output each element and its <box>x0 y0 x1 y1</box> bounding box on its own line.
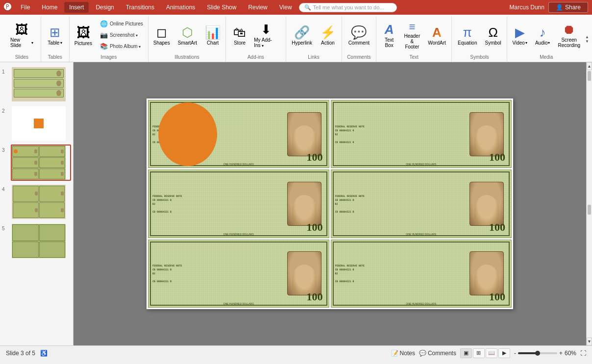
toolbar-group-slides: 🖼 New Slide ▾ Slides <box>3 17 41 62</box>
slideshow-view-button[interactable]: ▶ <box>498 348 510 358</box>
zoom-thumb[interactable] <box>535 351 540 356</box>
chart-button[interactable]: 📊 Chart <box>201 23 224 48</box>
slide-thumb-4[interactable]: 4 <box>2 184 71 220</box>
money-note-6: FEDERAL RESERVE NOTE CB 00004321 B B2 CB… <box>331 240 512 308</box>
pictures-button[interactable]: 🖼 Pictures <box>71 23 96 48</box>
slide1-row1 <box>14 69 64 78</box>
slide1-row2 <box>14 79 64 88</box>
toolbar-group-links: 🔗 Hyperlink ⚡ Action Links <box>286 17 342 62</box>
slide-thumb-3[interactable]: 3 <box>2 145 71 181</box>
online-pictures-button[interactable]: 🌐 Online Pictures <box>97 19 147 29</box>
note2-100: 100 <box>489 151 505 164</box>
slide-img-4[interactable] <box>11 184 71 220</box>
slide-inner-3 <box>12 146 66 180</box>
fit-icon: ⛶ <box>580 350 586 357</box>
user-area: Marcus Dunn 👤 Share <box>510 2 588 13</box>
note3-bottom: ONE HUNDRED DOLLARS <box>223 233 254 236</box>
fit-slide-button[interactable]: ⛶ <box>580 350 586 357</box>
comment-button[interactable]: 💬 Comment <box>345 23 373 48</box>
toolbar-group-media: ▶ Video ▾ ♪ Audio ▾ ⏺ ScreenRecording Me… <box>507 17 585 62</box>
scroll-thumb-center[interactable] <box>588 205 591 215</box>
slide-thumb-2[interactable]: 2 <box>2 105 71 142</box>
menu-slideshow[interactable]: Slide Show <box>202 2 241 13</box>
menu-design[interactable]: Design <box>91 2 119 13</box>
smartart-button[interactable]: ⬡ SmartArt <box>174 23 200 48</box>
slide5-cell-3 <box>12 242 39 258</box>
reading-view-button[interactable]: 📖 <box>486 348 497 358</box>
slide-thumb-5[interactable]: 5 <box>2 223 71 259</box>
shapes-button[interactable]: ◻ Shapes <box>150 23 173 48</box>
share-button[interactable]: 👤 Share <box>548 2 588 13</box>
scroll-up-button[interactable]: ▲ <box>587 62 592 70</box>
note3-text: FEDERAL RESERVE NOTE CB 00004321 B B2 CB… <box>152 194 182 213</box>
audio-button[interactable]: ♪ Audio ▾ <box>532 23 554 48</box>
action-button[interactable]: ⚡ Action <box>317 23 339 48</box>
slide-img-2[interactable] <box>11 105 71 142</box>
hyperlink-button[interactable]: 🔗 Hyperlink <box>288 23 316 48</box>
note2-serial-top: FEDERAL RESERVE NOTE <box>335 125 365 128</box>
ribbon-scroll-down[interactable]: ▼ <box>585 39 589 44</box>
main-area: 1 <box>0 62 592 345</box>
photo-album-button[interactable]: 📚 Photo Album ▾ <box>97 41 147 51</box>
right-scrollbar[interactable]: ▲ ▼ <box>586 62 592 345</box>
menu-review[interactable]: Review <box>243 2 272 13</box>
menu-insert[interactable]: Insert <box>64 2 89 13</box>
canvas-area[interactable]: FEDERAL RESERVE NOTE CB 00004321 B B2 CB… <box>74 62 586 345</box>
menu-animations[interactable]: Animations <box>161 2 200 13</box>
menu-file[interactable]: File <box>16 2 35 13</box>
header-footer-button[interactable]: ≡ Header& Footer <box>400 19 424 51</box>
comments-status-button[interactable]: 💬 Comments <box>419 350 456 357</box>
screen-recording-button[interactable]: ⏺ ScreenRecording <box>554 20 584 50</box>
zoom-slider[interactable] <box>518 352 557 354</box>
slide-info: Slide 3 of 5 <box>6 350 35 357</box>
ribbon: 🖼 New Slide ▾ Slides ⊞ Table ▾ Tables 🖼 … <box>0 15 592 62</box>
screenshot-button[interactable]: 📷 Screenshot ▾ <box>97 30 147 40</box>
equation-button[interactable]: π Equation <box>454 23 480 48</box>
slide-num-4: 4 <box>2 187 9 192</box>
zoom-in-button[interactable]: + <box>559 350 563 357</box>
wordart-button[interactable]: A WordArt <box>425 23 449 48</box>
zoom-out-button[interactable]: - <box>514 350 516 357</box>
scroll-thumb-top[interactable] <box>588 71 591 81</box>
equation-label: Equation <box>458 40 477 46</box>
note6-b2: B2 <box>335 272 365 275</box>
video-button[interactable]: ▶ Video ▾ <box>509 23 531 48</box>
menu-home[interactable]: Home <box>37 2 62 13</box>
slide3-content <box>12 146 66 180</box>
store-button[interactable]: 🛍 Store <box>230 23 249 48</box>
note5-portrait <box>287 251 321 295</box>
slide-img-1[interactable] <box>11 66 71 102</box>
scroll-down-button[interactable]: ▼ <box>587 338 592 345</box>
slide-num-5: 5 <box>2 226 9 231</box>
symbol-button[interactable]: Ω Symbol <box>481 23 504 48</box>
table-button[interactable]: ⊞ Table ▾ <box>44 23 66 48</box>
slide-thumb-1[interactable]: 1 <box>2 66 71 102</box>
symbol-icon: Ω <box>488 25 497 40</box>
menu-transitions[interactable]: Transitions <box>121 2 159 13</box>
hyperlink-label: Hyperlink <box>292 40 312 46</box>
my-addins-button[interactable]: ⬇ My Add-Ins ▾ <box>250 20 281 50</box>
slide-panel[interactable]: 1 <box>0 62 74 345</box>
tell-me-input[interactable]: 🔍 Tell me what you want to do... <box>299 3 397 12</box>
zoom-control: - + 60% <box>514 350 576 357</box>
toolbar-group-illustrations: ◻ Shapes ⬡ SmartArt 📊 Chart Illustration… <box>148 17 226 62</box>
slide-canvas[interactable]: FEDERAL RESERVE NOTE CB 00004321 B B2 CB… <box>147 98 513 309</box>
normal-view-button[interactable]: ▣ <box>460 348 472 358</box>
slide-sorter-button[interactable]: ⊞ <box>473 348 485 358</box>
note6-serial-top: FEDERAL RESERVE NOTE <box>335 264 365 267</box>
note6-portrait <box>469 251 504 295</box>
slide-img-5[interactable] <box>11 223 71 259</box>
my-addins-icon: ⬇ <box>261 22 271 37</box>
ribbon-scroll-up[interactable]: ▲ <box>585 35 589 39</box>
symbols-group-label: Symbols <box>470 54 489 62</box>
new-slide-button[interactable]: 🖼 New Slide ▾ <box>7 20 37 50</box>
slide-img-3[interactable] <box>11 145 71 181</box>
zoom-track <box>518 352 538 354</box>
textbox-button[interactable]: A TextBox <box>379 20 399 50</box>
slide-num-2: 2 <box>2 108 9 114</box>
menu-view[interactable]: View <box>274 2 297 13</box>
note4-face <box>474 195 499 224</box>
notes-button[interactable]: 📝 Notes <box>391 350 415 357</box>
note2-bottom: ONE HUNDRED DOLLARS <box>406 163 436 166</box>
accessibility-icon[interactable]: ♿ <box>40 350 48 357</box>
